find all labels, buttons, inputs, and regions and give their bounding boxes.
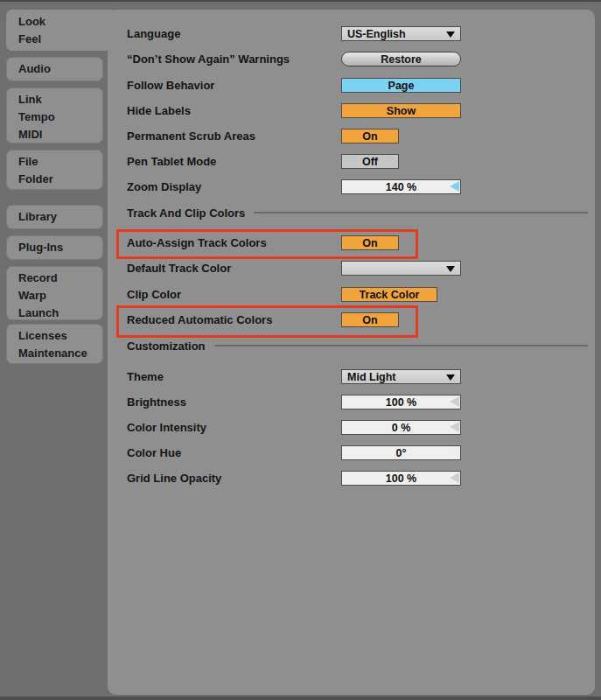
permanent-scrub-areas-toggle[interactable]: On <box>341 129 399 144</box>
brightness-value: 100 % <box>386 396 416 409</box>
tab-library[interactable]: Library <box>6 205 103 229</box>
row-theme: Theme Mid Light <box>0 369 601 384</box>
tab-look-feel-line2: Feel <box>18 31 112 48</box>
hide-labels-label: Hide Labels <box>127 103 191 118</box>
color-intensity-label: Color Intensity <box>127 420 206 435</box>
chevron-down-icon <box>446 32 455 38</box>
theme-dropdown[interactable]: Mid Light <box>341 369 461 384</box>
tab-licenses-maintenance[interactable]: Licenses Maintenance <box>6 324 103 364</box>
permanent-scrub-areas-value: On <box>362 130 377 143</box>
drag-arrow-icon <box>450 472 459 483</box>
color-intensity-value: 0 % <box>392 422 411 434</box>
row-color-intensity: Color Intensity 0 % <box>0 420 601 435</box>
color-intensity-field[interactable]: 0 % <box>341 420 461 435</box>
screen-edge-top <box>0 0 601 2</box>
section-title: Customization <box>127 340 206 353</box>
brightness-label: Brightness <box>127 395 186 410</box>
section-track-and-clip-colors: Track And Clip Colors <box>127 206 588 220</box>
reduced-automatic-colors-label: Reduced Automatic Colors <box>127 312 272 327</box>
permanent-scrub-areas-label: Permanent Scrub Areas <box>127 129 255 144</box>
drag-arrow-icon <box>450 447 459 458</box>
hide-labels-button[interactable]: Show <box>341 103 461 118</box>
row-reduced-automatic-colors: Reduced Automatic Colors On <box>0 312 601 327</box>
language-dropdown[interactable]: US-English <box>341 26 461 41</box>
row-auto-assign-track-colors: Auto-Assign Track Colors On <box>0 235 601 250</box>
row-pen-tablet-mode: Pen Tablet Mode Off <box>0 154 601 169</box>
language-label: Language <box>127 26 180 41</box>
zoom-display-field[interactable]: 140 % <box>341 179 461 194</box>
row-clip-color: Clip Color Track Color <box>0 287 601 302</box>
preferences-window: Look Feel Audio Link Tempo MIDI File Fol… <box>0 0 601 700</box>
grid-line-opacity-value: 100 % <box>386 472 416 485</box>
pen-tablet-mode-label: Pen Tablet Mode <box>127 154 216 169</box>
language-value: US-English <box>347 28 406 40</box>
color-hue-value: 0° <box>396 447 407 459</box>
brightness-field[interactable]: 100 % <box>341 395 461 410</box>
chevron-down-icon <box>446 374 455 381</box>
tab-licenses-line1: Licenses <box>18 327 102 345</box>
drag-arrow-icon <box>450 396 459 407</box>
reduced-automatic-colors-toggle[interactable]: On <box>341 312 399 327</box>
grid-line-opacity-label: Grid Line Opacity <box>127 471 221 486</box>
section-customization: Customization <box>127 339 588 353</box>
drag-arrow-icon <box>450 422 459 432</box>
color-hue-field[interactable]: 0° <box>341 445 461 460</box>
default-track-color-dropdown[interactable] <box>341 261 461 276</box>
row-follow-behavior: Follow Behavior Page <box>0 78 601 93</box>
color-hue-label: Color Hue <box>127 445 181 460</box>
theme-value: Mid Light <box>347 371 396 383</box>
clip-color-value: Track Color <box>360 289 420 301</box>
zoom-display-value: 140 % <box>386 181 416 193</box>
grid-line-opacity-field[interactable]: 100 % <box>341 471 461 486</box>
row-zoom-display: Zoom Display 140 % <box>0 179 601 194</box>
screen-edge-bottom <box>0 696 601 700</box>
default-track-color-label: Default Track Color <box>127 261 231 276</box>
auto-assign-track-colors-label: Auto-Assign Track Colors <box>127 235 267 250</box>
chevron-down-icon <box>446 266 455 272</box>
tab-look-feel[interactable]: Look Feel <box>6 10 112 51</box>
follow-behavior-button[interactable]: Page <box>341 78 461 93</box>
clip-color-label: Clip Color <box>127 287 181 302</box>
restore-button[interactable]: Restore <box>341 52 461 66</box>
row-brightness: Brightness 100 % <box>0 395 601 410</box>
row-grid-line-opacity: Grid Line Opacity 100 % <box>0 471 601 486</box>
auto-assign-track-colors-toggle[interactable]: On <box>341 235 399 250</box>
zoom-display-label: Zoom Display <box>127 179 201 194</box>
follow-behavior-label: Follow Behavior <box>127 78 214 93</box>
auto-assign-track-colors-value: On <box>362 237 377 249</box>
hide-labels-value: Show <box>387 105 416 117</box>
section-divider <box>214 345 588 346</box>
dont-show-again-label: “Don’t Show Again” Warnings <box>127 52 290 66</box>
row-default-track-color: Default Track Color <box>0 261 601 276</box>
section-divider <box>254 212 588 214</box>
pen-tablet-mode-toggle[interactable]: Off <box>341 154 399 169</box>
follow-behavior-value: Page <box>388 80 415 92</box>
theme-label: Theme <box>127 369 164 384</box>
row-color-hue: Color Hue 0° <box>0 445 601 460</box>
tab-library-line1: Library <box>18 208 102 226</box>
row-hide-labels: Hide Labels Show <box>0 103 601 118</box>
tab-look-feel-line1: Look <box>18 13 112 31</box>
pen-tablet-mode-value: Off <box>362 156 378 168</box>
restore-button-label: Restore <box>381 53 422 66</box>
row-dont-show-again: “Don’t Show Again” Warnings Restore <box>0 52 601 66</box>
reduced-automatic-colors-value: On <box>362 314 377 326</box>
drag-arrow-icon <box>450 181 459 192</box>
section-title: Track And Clip Colors <box>127 206 245 220</box>
clip-color-button[interactable]: Track Color <box>341 287 437 302</box>
row-permanent-scrub-areas: Permanent Scrub Areas On <box>0 129 601 144</box>
tab-licenses-line2: Maintenance <box>18 345 102 362</box>
